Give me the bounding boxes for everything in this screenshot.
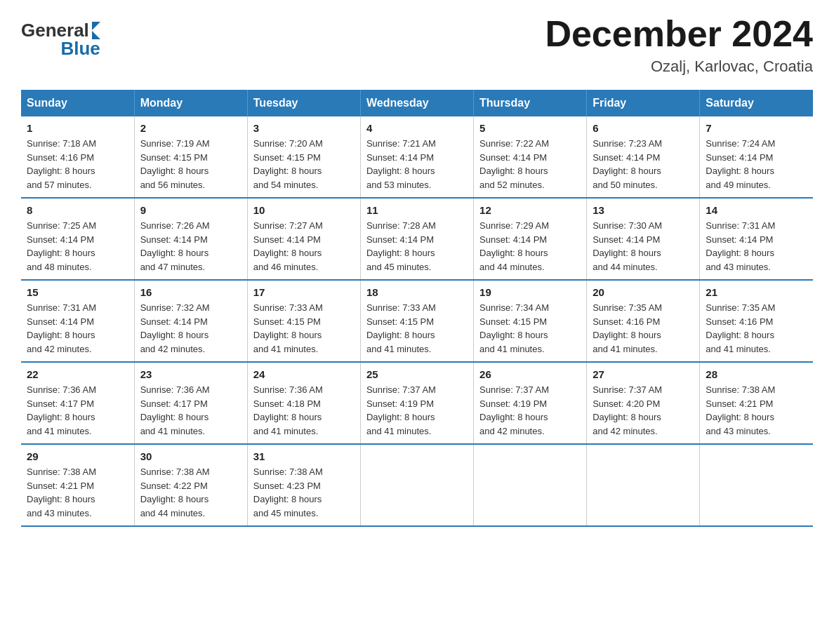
calendar-cell: 22 Sunrise: 7:36 AM Sunset: 4:17 PM Dayl… bbox=[21, 362, 134, 444]
header-saturday: Saturday bbox=[700, 90, 813, 116]
day-info: Sunrise: 7:18 AM Sunset: 4:16 PM Dayligh… bbox=[27, 137, 128, 192]
calendar-week-row-1: 1 Sunrise: 7:18 AM Sunset: 4:16 PM Dayli… bbox=[21, 116, 813, 198]
calendar-week-row-2: 8 Sunrise: 7:25 AM Sunset: 4:14 PM Dayli… bbox=[21, 198, 813, 280]
calendar-cell: 9 Sunrise: 7:26 AM Sunset: 4:14 PM Dayli… bbox=[134, 198, 247, 280]
day-info: Sunrise: 7:21 AM Sunset: 4:14 PM Dayligh… bbox=[366, 137, 468, 192]
header-thursday: Thursday bbox=[474, 90, 587, 116]
calendar-cell: 4 Sunrise: 7:21 AM Sunset: 4:14 PM Dayli… bbox=[360, 116, 473, 198]
day-number: 8 bbox=[27, 204, 128, 216]
calendar-cell: 2 Sunrise: 7:19 AM Sunset: 4:15 PM Dayli… bbox=[134, 116, 247, 198]
day-info: Sunrise: 7:31 AM Sunset: 4:14 PM Dayligh… bbox=[27, 301, 128, 356]
calendar-cell bbox=[474, 444, 587, 526]
calendar-cell bbox=[587, 444, 700, 526]
calendar-cell: 5 Sunrise: 7:22 AM Sunset: 4:14 PM Dayli… bbox=[474, 116, 587, 198]
calendar-cell: 11 Sunrise: 7:28 AM Sunset: 4:14 PM Dayl… bbox=[360, 198, 473, 280]
day-info: Sunrise: 7:36 AM Sunset: 4:18 PM Dayligh… bbox=[253, 383, 355, 438]
day-info: Sunrise: 7:32 AM Sunset: 4:14 PM Dayligh… bbox=[140, 301, 241, 356]
calendar-cell: 25 Sunrise: 7:37 AM Sunset: 4:19 PM Dayl… bbox=[360, 362, 473, 444]
calendar-cell bbox=[700, 444, 813, 526]
day-number: 19 bbox=[479, 286, 581, 298]
day-info: Sunrise: 7:37 AM Sunset: 4:19 PM Dayligh… bbox=[366, 383, 468, 438]
day-info: Sunrise: 7:19 AM Sunset: 4:15 PM Dayligh… bbox=[140, 137, 241, 192]
day-info: Sunrise: 7:31 AM Sunset: 4:14 PM Dayligh… bbox=[706, 219, 807, 274]
day-number: 29 bbox=[27, 450, 128, 462]
logo-blue-text: Blue bbox=[60, 38, 100, 59]
day-number: 27 bbox=[593, 368, 694, 380]
day-number: 24 bbox=[253, 368, 355, 380]
month-title: December 2024 bbox=[545, 14, 813, 54]
day-number: 17 bbox=[253, 286, 355, 298]
day-info: Sunrise: 7:28 AM Sunset: 4:14 PM Dayligh… bbox=[366, 219, 468, 274]
day-info: Sunrise: 7:34 AM Sunset: 4:15 PM Dayligh… bbox=[479, 301, 581, 356]
calendar-header-row: Sunday Monday Tuesday Wednesday Thursday… bbox=[21, 90, 813, 116]
calendar-cell: 16 Sunrise: 7:32 AM Sunset: 4:14 PM Dayl… bbox=[134, 280, 247, 362]
day-info: Sunrise: 7:24 AM Sunset: 4:14 PM Dayligh… bbox=[706, 137, 807, 192]
day-number: 3 bbox=[253, 122, 355, 134]
calendar-cell: 13 Sunrise: 7:30 AM Sunset: 4:14 PM Dayl… bbox=[587, 198, 700, 280]
day-number: 9 bbox=[140, 204, 241, 216]
day-number: 11 bbox=[366, 204, 468, 216]
day-number: 31 bbox=[253, 450, 355, 462]
day-info: Sunrise: 7:27 AM Sunset: 4:14 PM Dayligh… bbox=[253, 219, 355, 274]
calendar-cell: 19 Sunrise: 7:34 AM Sunset: 4:15 PM Dayl… bbox=[474, 280, 587, 362]
calendar-cell: 6 Sunrise: 7:23 AM Sunset: 4:14 PM Dayli… bbox=[587, 116, 700, 198]
day-info: Sunrise: 7:36 AM Sunset: 4:17 PM Dayligh… bbox=[140, 383, 241, 438]
calendar-cell: 15 Sunrise: 7:31 AM Sunset: 4:14 PM Dayl… bbox=[21, 280, 134, 362]
day-info: Sunrise: 7:35 AM Sunset: 4:16 PM Dayligh… bbox=[706, 301, 807, 356]
calendar-cell: 29 Sunrise: 7:38 AM Sunset: 4:21 PM Dayl… bbox=[21, 444, 134, 526]
day-info: Sunrise: 7:30 AM Sunset: 4:14 PM Dayligh… bbox=[593, 219, 694, 274]
calendar-cell: 23 Sunrise: 7:36 AM Sunset: 4:17 PM Dayl… bbox=[134, 362, 247, 444]
day-number: 22 bbox=[27, 368, 128, 380]
calendar-week-row-3: 15 Sunrise: 7:31 AM Sunset: 4:14 PM Dayl… bbox=[21, 280, 813, 362]
logo-icon: General Blue bbox=[21, 21, 100, 58]
day-number: 16 bbox=[140, 286, 241, 298]
calendar-week-row-4: 22 Sunrise: 7:36 AM Sunset: 4:17 PM Dayl… bbox=[21, 362, 813, 444]
logo: General Blue bbox=[21, 21, 100, 58]
day-info: Sunrise: 7:29 AM Sunset: 4:14 PM Dayligh… bbox=[479, 219, 581, 274]
header-monday: Monday bbox=[134, 90, 247, 116]
day-number: 5 bbox=[479, 122, 581, 134]
day-info: Sunrise: 7:38 AM Sunset: 4:23 PM Dayligh… bbox=[253, 465, 355, 520]
day-info: Sunrise: 7:36 AM Sunset: 4:17 PM Dayligh… bbox=[27, 383, 128, 438]
calendar-table: Sunday Monday Tuesday Wednesday Thursday… bbox=[21, 90, 813, 527]
header-sunday: Sunday bbox=[21, 90, 134, 116]
day-number: 1 bbox=[27, 122, 128, 134]
day-info: Sunrise: 7:35 AM Sunset: 4:16 PM Dayligh… bbox=[593, 301, 694, 356]
calendar-cell: 21 Sunrise: 7:35 AM Sunset: 4:16 PM Dayl… bbox=[700, 280, 813, 362]
day-number: 20 bbox=[593, 286, 694, 298]
day-info: Sunrise: 7:22 AM Sunset: 4:14 PM Dayligh… bbox=[479, 137, 581, 192]
day-info: Sunrise: 7:37 AM Sunset: 4:19 PM Dayligh… bbox=[479, 383, 581, 438]
calendar-cell: 24 Sunrise: 7:36 AM Sunset: 4:18 PM Dayl… bbox=[247, 362, 360, 444]
day-number: 30 bbox=[140, 450, 241, 462]
calendar-cell bbox=[360, 444, 473, 526]
day-number: 21 bbox=[706, 286, 807, 298]
calendar-cell: 27 Sunrise: 7:37 AM Sunset: 4:20 PM Dayl… bbox=[587, 362, 700, 444]
day-info: Sunrise: 7:37 AM Sunset: 4:20 PM Dayligh… bbox=[593, 383, 694, 438]
page-header: General Blue December 2024 Ozalj, Karlov… bbox=[21, 14, 813, 76]
day-number: 12 bbox=[479, 204, 581, 216]
header-wednesday: Wednesday bbox=[360, 90, 473, 116]
calendar-week-row-5: 29 Sunrise: 7:38 AM Sunset: 4:21 PM Dayl… bbox=[21, 444, 813, 526]
calendar-cell: 8 Sunrise: 7:25 AM Sunset: 4:14 PM Dayli… bbox=[21, 198, 134, 280]
calendar-cell: 17 Sunrise: 7:33 AM Sunset: 4:15 PM Dayl… bbox=[247, 280, 360, 362]
calendar-cell: 12 Sunrise: 7:29 AM Sunset: 4:14 PM Dayl… bbox=[474, 198, 587, 280]
calendar-cell: 30 Sunrise: 7:38 AM Sunset: 4:22 PM Dayl… bbox=[134, 444, 247, 526]
day-number: 13 bbox=[593, 204, 694, 216]
header-friday: Friday bbox=[587, 90, 700, 116]
day-info: Sunrise: 7:33 AM Sunset: 4:15 PM Dayligh… bbox=[253, 301, 355, 356]
day-number: 15 bbox=[27, 286, 128, 298]
day-info: Sunrise: 7:38 AM Sunset: 4:21 PM Dayligh… bbox=[706, 383, 807, 438]
day-info: Sunrise: 7:38 AM Sunset: 4:22 PM Dayligh… bbox=[140, 465, 241, 520]
day-info: Sunrise: 7:23 AM Sunset: 4:14 PM Dayligh… bbox=[593, 137, 694, 192]
day-number: 6 bbox=[593, 122, 694, 134]
day-info: Sunrise: 7:33 AM Sunset: 4:15 PM Dayligh… bbox=[366, 301, 468, 356]
title-section: December 2024 Ozalj, Karlovac, Croatia bbox=[545, 14, 813, 76]
day-number: 28 bbox=[706, 368, 807, 380]
calendar-cell: 1 Sunrise: 7:18 AM Sunset: 4:16 PM Dayli… bbox=[21, 116, 134, 198]
header-tuesday: Tuesday bbox=[247, 90, 360, 116]
day-number: 7 bbox=[706, 122, 807, 134]
day-number: 23 bbox=[140, 368, 241, 380]
day-info: Sunrise: 7:20 AM Sunset: 4:15 PM Dayligh… bbox=[253, 137, 355, 192]
day-number: 2 bbox=[140, 122, 241, 134]
day-info: Sunrise: 7:25 AM Sunset: 4:14 PM Dayligh… bbox=[27, 219, 128, 274]
